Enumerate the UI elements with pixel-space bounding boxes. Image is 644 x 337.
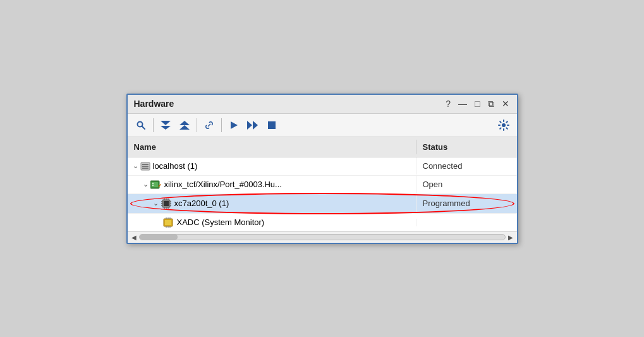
- row-label-xilinx-tcf: xilinx_tcf/Xilinx/Port_#0003.Hu...: [164, 180, 282, 189]
- title-bar-controls: ? — □ ⧉ ✕: [444, 99, 510, 109]
- row-status-xilinx-tcf: Open: [416, 176, 517, 193]
- row-name-xilinx-tcf: ⌄ xilinx_tcf/Xilinx/Port_#0003.Hu...: [128, 176, 416, 193]
- table-row[interactable]: ⌄ localhost (1) Connected: [128, 157, 517, 176]
- row-status-xc7a200t: Programmed: [416, 195, 517, 212]
- row-name-localhost: ⌄ localhost (1): [128, 157, 416, 175]
- run-button[interactable]: [226, 117, 242, 133]
- table-row[interactable]: ⌄: [128, 194, 517, 214]
- hardware-window: Hardware ? — □ ⧉ ✕: [126, 94, 518, 244]
- collapse-all-button[interactable]: [157, 117, 174, 133]
- minimize-button[interactable]: —: [457, 99, 468, 109]
- col-status-header: Status: [416, 140, 517, 154]
- close-button[interactable]: ✕: [501, 99, 511, 109]
- svg-marker-5: [179, 125, 190, 130]
- svg-line-1: [142, 126, 145, 129]
- row-name-xc7a200t: ⌄: [128, 194, 416, 213]
- chip-icon: [161, 198, 172, 209]
- table-content: Name Status ⌄ localhost (1) Conn: [128, 137, 517, 231]
- row-label-xadc: XADC (System Monitor): [177, 218, 265, 227]
- col-name-header: Name: [128, 140, 416, 154]
- svg-rect-34: [165, 220, 171, 225]
- horizontal-scrollbar: ◀ ▶: [128, 231, 517, 243]
- tree-rows: ⌄ localhost (1) Connected ⌄: [128, 157, 517, 231]
- svg-point-10: [502, 123, 506, 127]
- svg-rect-9: [268, 121, 276, 129]
- svg-marker-6: [231, 121, 238, 129]
- scroll-thumb[interactable]: [140, 235, 178, 240]
- chevron-icon: ⌄: [133, 162, 138, 170]
- row-label-localhost: localhost (1): [153, 161, 198, 171]
- fast-forward-button[interactable]: [245, 117, 261, 133]
- chevron-icon: ⌄: [143, 180, 149, 188]
- row-status-xadc: [416, 219, 517, 226]
- expand-all-button[interactable]: [176, 117, 193, 133]
- search-button[interactable]: [133, 117, 149, 133]
- stop-button[interactable]: [264, 117, 280, 133]
- scroll-track[interactable]: [139, 234, 506, 240]
- xadc-icon: [163, 218, 174, 228]
- separator-2: [197, 118, 197, 132]
- row-name-xadc: XADC (System Monitor): [128, 214, 416, 231]
- settings-button[interactable]: [495, 117, 512, 133]
- maximize-button[interactable]: □: [473, 99, 481, 109]
- toolbar: [128, 114, 517, 137]
- table-row[interactable]: ⌄ xilinx_tcf/Xilinx/Port_#0003.Hu... Ope…: [128, 176, 517, 194]
- scroll-left-button[interactable]: ◀: [131, 234, 137, 241]
- svg-point-18: [152, 185, 154, 186]
- svg-marker-8: [253, 121, 258, 130]
- window-title: Hardware: [134, 99, 174, 109]
- board-icon: [150, 180, 162, 190]
- help-button[interactable]: ?: [444, 99, 452, 109]
- svg-point-17: [152, 183, 154, 184]
- svg-rect-12: [142, 164, 149, 165]
- table-header: Name Status: [128, 137, 517, 157]
- svg-rect-13: [142, 166, 149, 167]
- svg-marker-7: [247, 121, 252, 130]
- restore-button[interactable]: ⧉: [487, 99, 495, 109]
- link-button[interactable]: [201, 117, 217, 133]
- svg-rect-20: [164, 201, 169, 206]
- svg-marker-2: [161, 121, 171, 125]
- separator-1: [153, 118, 154, 132]
- row-label-xc7a200t: xc7a200t_0 (1): [174, 199, 229, 208]
- title-bar: Hardware ? — □ ⧉ ✕: [128, 95, 517, 114]
- chevron-icon: ⌄: [153, 199, 159, 207]
- separator-3: [221, 118, 222, 132]
- svg-marker-4: [179, 121, 190, 125]
- svg-rect-14: [142, 168, 149, 169]
- table-row[interactable]: XADC (System Monitor): [128, 214, 517, 231]
- server-icon: [140, 161, 150, 171]
- scroll-right-button[interactable]: ▶: [508, 234, 513, 241]
- row-status-localhost: Connected: [416, 157, 517, 175]
- svg-marker-3: [161, 126, 171, 130]
